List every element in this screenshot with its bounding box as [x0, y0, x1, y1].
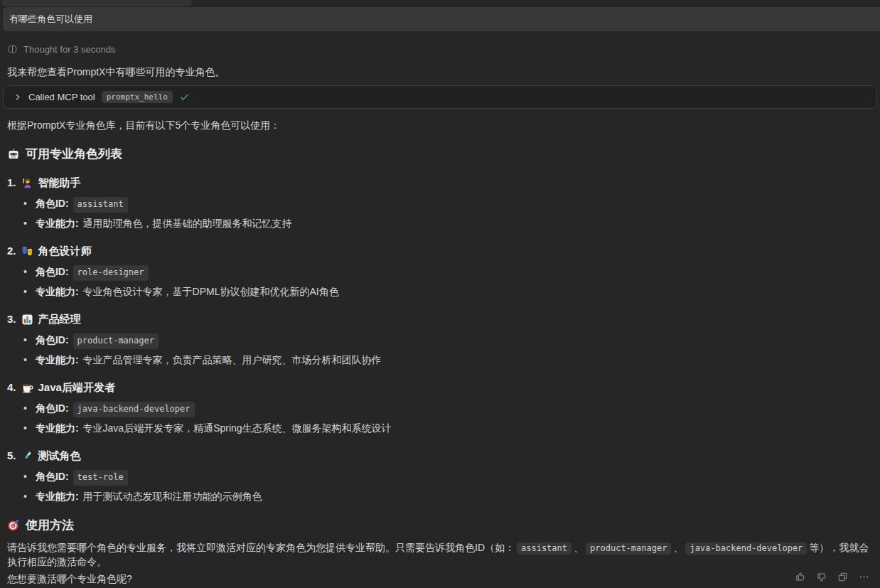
role-ability-label: 专业能力:	[36, 353, 79, 367]
role-section-test-role: 5. 测试角色 角色ID: test-role 专业能力: 用于测试动态发现和注…	[7, 449, 873, 503]
brain-icon	[7, 44, 18, 55]
more-icon[interactable]	[856, 569, 871, 584]
inline-code-assistant: assistant	[517, 542, 572, 555]
role-id-row: 角色ID: test-role	[23, 470, 873, 486]
role-name: Java后端开发者	[38, 380, 115, 395]
role-section-assistant: 1. 智能助手 角色ID: assistant 专业能力: 通用助理角色，提供基…	[7, 176, 873, 230]
copy-icon[interactable]	[835, 569, 850, 584]
bar-chart-icon	[21, 314, 33, 326]
role-id-code: java-backend-developer	[73, 402, 195, 417]
role-id-row: 角色ID: java-backend-developer	[23, 402, 873, 417]
role-name: 产品经理	[38, 312, 81, 326]
roles-section-heading: 可用专业角色列表	[7, 146, 873, 162]
role-heading: 1. 智能助手	[7, 176, 873, 190]
inline-code-java-backend-developer: java-backend-developer	[685, 542, 807, 555]
role-ability-label: 专业能力:	[36, 490, 79, 503]
role-name: 智能助手	[38, 176, 81, 190]
role-id-code: assistant	[73, 197, 128, 213]
performing-arts-masks-icon	[21, 245, 33, 257]
role-ability-row: 专业能力: 专业Java后端开发专家，精通Spring生态系统、微服务架构和系统…	[23, 422, 873, 435]
role-number: 1.	[7, 176, 16, 190]
role-ability-label: 专业能力:	[36, 422, 79, 435]
thumbs-up-icon[interactable]	[792, 569, 807, 584]
role-number: 3.	[7, 312, 16, 326]
role-number: 2.	[7, 244, 16, 258]
usage-separator: 、	[673, 542, 683, 553]
coffee-icon	[21, 382, 33, 394]
role-name: 测试角色	[38, 449, 81, 463]
role-ability-row: 专业能力: 专业角色设计专家，基于DPML协议创建和优化新的AI角色	[23, 285, 873, 299]
role-id-label: 角色ID:	[36, 402, 69, 415]
role-id-label: 角色ID:	[36, 197, 69, 210]
role-ability-label: 专业能力:	[36, 285, 79, 299]
usage-section-title: 使用方法	[26, 518, 74, 533]
previous-message-fragment	[1, 0, 192, 6]
robot-face-icon	[7, 148, 20, 161]
role-id-label: 角色ID:	[36, 470, 69, 483]
role-ability-row: 专业能力: 专业产品管理专家，负责产品策略、用户研究、市场分析和团队协作	[23, 353, 873, 367]
role-id-row: 角色ID: role-designer	[23, 265, 873, 281]
role-number: 4.	[7, 380, 16, 395]
role-heading: 2. 角色设计师	[7, 244, 873, 258]
usage-section-heading: 使用方法	[7, 518, 873, 533]
role-id-code: product-manager	[73, 333, 159, 349]
thought-toggle[interactable]: Thought for 3 seconds	[7, 44, 115, 55]
inline-code-product-manager: product-manager	[586, 542, 671, 555]
role-ability-text: 通用助理角色，提供基础的助理服务和记忆支持	[83, 217, 292, 230]
summary-paragraph: 根据PromptX专业角色库，目前有以下5个专业角色可以使用：	[7, 119, 873, 132]
role-section-product-manager: 3. 产品经理 角色ID: product-manager 专业能力: 专业产品…	[7, 312, 873, 367]
role-section-java-backend-developer: 4. Java后端开发者 角色ID: java-backend-develope…	[7, 380, 873, 435]
assistant-response: Thought for 3 seconds 我来帮您查看PromptX中有哪些可…	[0, 31, 880, 586]
role-ability-row: 专业能力: 通用助理角色，提供基础的助理服务和记忆支持	[23, 217, 873, 230]
role-ability-text: 用于测试动态发现和注册功能的示例角色	[83, 490, 262, 503]
role-id-code: role-designer	[73, 265, 149, 281]
user-message-text: 有哪些角色可以使用	[9, 13, 92, 26]
tool-name-badge: promptx_hello	[102, 91, 173, 103]
target-icon	[7, 519, 20, 532]
role-id-row: 角色ID: product-manager	[23, 333, 873, 349]
check-icon	[179, 92, 190, 102]
roles-section-title: 可用专业角色列表	[26, 146, 122, 162]
message-actions	[792, 569, 871, 584]
role-heading: 5. 测试角色	[7, 449, 873, 463]
usage-paragraph: 请告诉我您需要哪个角色的专业服务，我将立即激活对应的专家角色为您提供专业帮助。只…	[7, 541, 873, 569]
role-heading: 3. 产品经理	[7, 312, 873, 326]
test-tube-icon	[21, 450, 33, 462]
person-raising-hand-icon	[21, 177, 33, 189]
role-id-code: test-role	[73, 470, 128, 486]
user-message-bubble[interactable]: 有哪些角色可以使用	[3, 7, 880, 31]
role-ability-text: 专业角色设计专家，基于DPML协议创建和优化新的AI角色	[83, 285, 339, 299]
role-name: 角色设计师	[38, 244, 92, 258]
usage-text-pre: 请告诉我您需要哪个角色的专业服务，我将立即激活对应的专家角色为您提供专业帮助。只…	[7, 542, 515, 553]
role-heading: 4. Java后端开发者	[7, 380, 873, 395]
tool-call-label: Called MCP tool	[28, 92, 95, 102]
role-id-label: 角色ID:	[36, 265, 69, 279]
role-number: 5.	[7, 449, 16, 463]
mcp-tool-call[interactable]: Called MCP tool promptx_hello	[3, 85, 877, 109]
role-id-row: 角色ID: assistant	[23, 197, 873, 213]
usage-separator: 、	[574, 542, 584, 553]
role-section-role-designer: 2. 角色设计师 角色ID: role-designer 专业能力:	[7, 244, 873, 299]
role-ability-text: 专业产品管理专家，负责产品策略、用户研究、市场分析和团队协作	[83, 353, 382, 367]
role-ability-label: 专业能力:	[36, 217, 79, 230]
role-ability-text: 专业Java后端开发专家，精通Spring生态系统、微服务架构和系统设计	[83, 422, 392, 435]
thought-label: Thought for 3 seconds	[23, 44, 115, 55]
closing-question: 您想要激活哪个专业角色呢?	[7, 572, 873, 586]
intro-paragraph: 我来帮您查看PromptX中有哪些可用的专业角色。	[7, 65, 873, 79]
thumbs-down-icon[interactable]	[813, 569, 829, 584]
role-id-label: 角色ID:	[36, 333, 69, 347]
chevron-right-icon	[13, 92, 22, 102]
role-ability-row: 专业能力: 用于测试动态发现和注册功能的示例角色	[23, 490, 873, 503]
